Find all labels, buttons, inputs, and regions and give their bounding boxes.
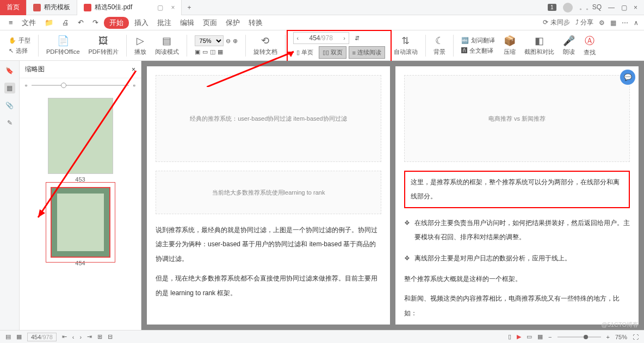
bullet-item: 离线部分主要是对用户日志的数据分析，应用于线上。 (404, 251, 630, 265)
single-page-button[interactable]: ▯ 单页 (293, 47, 317, 58)
menu-protect[interactable]: 保护 (222, 17, 243, 29)
signature-icon[interactable]: ✎ (4, 117, 15, 128)
bullet-item: 在线部分主要负责当用户访问时，如何把结果拼装好，然后返回给用户。主要模块有召回、… (404, 216, 630, 245)
autoscroll-button[interactable]: ⇅自动滚动 (391, 35, 421, 56)
zoom-level[interactable]: 75% (615, 334, 627, 340)
undo-icon[interactable]: ↶ (75, 17, 87, 28)
collapse-icon[interactable]: ∧ (634, 19, 639, 27)
assistant-button[interactable]: 💬 (620, 70, 635, 85)
window-minimize-icon[interactable]: — (608, 4, 615, 11)
thumb-small-icon[interactable]: ▫ (25, 82, 27, 89)
prev-page-icon[interactable]: ‹ (72, 334, 75, 340)
prev-page-button[interactable]: ‹ (294, 35, 302, 41)
menu-start[interactable]: 开始 (104, 17, 129, 29)
fit-width-icon[interactable]: ▭ (202, 48, 208, 55)
hand-tool[interactable]: ✋ 手型 (9, 36, 30, 45)
thumbnail-image (48, 98, 113, 174)
continuous-button[interactable]: ≡ 连续阅读 (349, 46, 385, 59)
thumbnails-icon[interactable]: ▦ (4, 83, 15, 93)
zoom-in-icon[interactable]: + (606, 334, 610, 340)
next-page-icon[interactable]: › (79, 334, 82, 340)
select-tool[interactable]: ↖ 选择 (9, 47, 30, 55)
page-left: 经典的推荐系统：user-based协同过滤 item-based协同过滤 当前… (147, 66, 390, 325)
notification-badge[interactable]: 1 (548, 4, 556, 11)
paragraph: 和新闻、视频这类的内容推荐相比，电商推荐系统又有一些特殊的地方，比如： (404, 291, 630, 320)
fit-icon[interactable]: ▣ (195, 48, 200, 55)
find-button[interactable]: Ⓐ查找 (580, 34, 599, 57)
pdf-to-image-button[interactable]: 🖼PDF转图片 (85, 35, 122, 56)
thumb-large-icon[interactable]: ▫ (133, 82, 135, 89)
view-mode-icon[interactable]: ▶ (517, 333, 521, 340)
menu-file[interactable]: 文件 (18, 17, 39, 29)
document-viewport[interactable]: 经典的推荐系统：user-based协同过滤 item-based协同过滤 当前… (141, 61, 644, 330)
more-icon[interactable]: ⋯ (622, 19, 628, 27)
full-translate-button[interactable]: 🅰 全文翻译 (461, 47, 495, 55)
menu-convert[interactable]: 转换 (245, 17, 266, 29)
paragraph: 但是，现在绝大多数推荐系统都不会直接使用协同过滤来做推荐。目前主要用的是 lea… (156, 271, 381, 300)
zoom-select[interactable]: 75% (195, 35, 224, 46)
menu-insert[interactable]: 插入 (131, 17, 152, 29)
window-close-icon[interactable]: × (634, 4, 637, 11)
menu-annotate[interactable]: 批注 (154, 17, 175, 29)
close-panel-icon[interactable]: × (132, 66, 135, 73)
share-button[interactable]: ⤴ 分享 (575, 18, 593, 27)
compress-button[interactable]: 📦压缩 (500, 35, 519, 56)
first-page-icon[interactable]: ⇤ (62, 333, 67, 340)
last-page-icon[interactable]: ⇥ (87, 333, 92, 340)
menu-page[interactable]: 页面 (200, 17, 220, 29)
book-icon: ▤ (162, 35, 171, 47)
background-button[interactable]: ☾背景 (430, 35, 449, 56)
status-icon[interactable]: ⊟ (108, 333, 113, 340)
zoom-out-icon[interactable]: ⊖ (226, 38, 231, 45)
fit-page-icon[interactable]: ▦ (218, 48, 223, 55)
zoom-slider[interactable] (558, 336, 601, 338)
close-icon[interactable]: × (171, 4, 175, 11)
tab-minimize-icon[interactable]: ▢ (157, 4, 163, 11)
thumbnail-454[interactable]: 454 (20, 187, 141, 266)
rotate-button[interactable]: ⟲旋转文档 (250, 35, 281, 56)
status-page-input[interactable]: 454/978 (27, 333, 57, 341)
view-mode-icon[interactable]: ▭ (527, 333, 532, 340)
tab-template[interactable]: 稻壳模板 (27, 0, 77, 15)
menu-edit[interactable]: 编辑 (177, 17, 197, 29)
zoom-in-icon[interactable]: ⊕ (233, 38, 238, 45)
illustration: 当前绝大多数推荐系统使用learning to rank (156, 171, 381, 214)
double-page-button[interactable]: ▯▯ 双页 (319, 46, 346, 59)
page-input[interactable]: 454/978 (302, 34, 340, 42)
dict-translate-button[interactable]: 🔤 划词翻译 (461, 36, 495, 45)
pdf-to-office-button[interactable]: 📄PDF转Office (43, 35, 83, 56)
tab-add-button[interactable]: + (182, 4, 196, 11)
thumbnail-453[interactable]: 453 (20, 98, 141, 183)
tab-active-doc[interactable]: 精选50佳.pdf▢× (77, 0, 182, 15)
thumb-size-slider[interactable] (32, 85, 128, 86)
bookmark-icon[interactable]: 🔖 (4, 65, 15, 76)
compare-icon: ◧ (535, 35, 544, 47)
page-right: 电商推荐 vs 新闻推荐 这里，是推荐系统的框架，整个推荐系统可以分为两部分，在… (395, 66, 639, 325)
avatar[interactable] (563, 3, 573, 13)
tab-home[interactable]: 首页 (0, 0, 27, 15)
sync-status[interactable]: ⟳ 未同步 (543, 18, 569, 27)
open-icon[interactable]: 📁 (41, 17, 57, 28)
nav-dropdown-icon[interactable]: ⇵ (355, 35, 360, 42)
compare-button[interactable]: ◧截图和对比 (521, 35, 558, 56)
status-icon[interactable]: ▦ (16, 333, 22, 340)
zoom-out-icon[interactable]: − (548, 334, 552, 340)
status-icon[interactable]: ⊞ (97, 333, 102, 340)
help-icon[interactable]: ▦ (610, 19, 616, 27)
next-page-button[interactable]: › (340, 35, 349, 41)
status-icon[interactable]: ▤ (5, 333, 11, 340)
actual-size-icon[interactable]: ◫ (210, 48, 215, 55)
play-button[interactable]: ▷播放 (131, 35, 150, 56)
view-mode-icon[interactable]: ▦ (537, 333, 543, 340)
attachment-icon[interactable]: 📎 (4, 100, 15, 111)
read-aloud-button[interactable]: 🎤朗读 (560, 35, 578, 56)
settings-icon[interactable]: ⚙ (599, 19, 605, 27)
save-icon[interactable]: 🖨 (59, 17, 72, 28)
view-mode-icon[interactable]: ▯ (508, 333, 511, 340)
redo-icon[interactable]: ↷ (89, 17, 102, 28)
play-icon: ▷ (137, 35, 144, 47)
fullscreen-icon[interactable]: ⛶ (633, 334, 639, 340)
menu-hamburger-icon[interactable]: ≡ (5, 17, 16, 28)
window-maximize-icon[interactable]: ▢ (621, 4, 627, 11)
read-mode-button[interactable]: ▤阅读模式 (152, 35, 182, 56)
